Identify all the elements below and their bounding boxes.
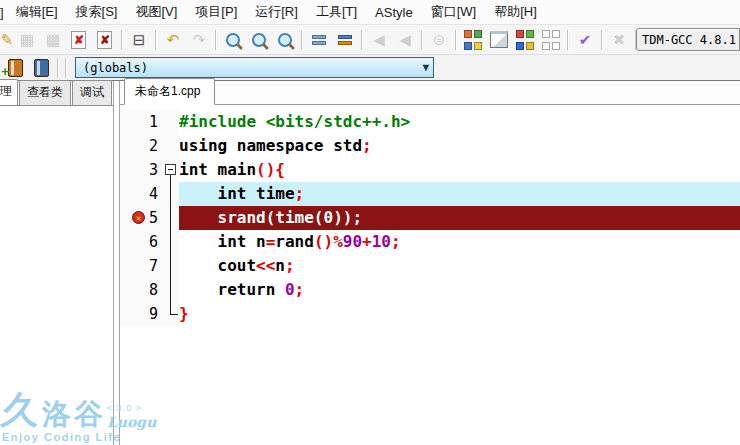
fold-gutter bbox=[163, 302, 179, 326]
compile-icon[interactable]: ◀ bbox=[367, 29, 391, 51]
menu-window[interactable]: 窗口[W] bbox=[422, 0, 486, 24]
tab-unnamed1-cpp[interactable]: 未命名1.cpp bbox=[124, 78, 215, 105]
save-all-icon[interactable]: ▩ bbox=[41, 29, 65, 51]
project-options-icon[interactable] bbox=[513, 29, 537, 51]
code-line-text: return 0; bbox=[179, 278, 740, 302]
save-icon[interactable]: ▦ bbox=[15, 29, 39, 51]
program-reset-icon[interactable]: ⊜ bbox=[427, 29, 451, 51]
line-number[interactable]: 6 bbox=[120, 230, 163, 254]
menu-run[interactable]: 运行[R] bbox=[246, 0, 307, 24]
code-token: 10 bbox=[372, 232, 391, 251]
menu-edit[interactable]: 编辑[E] bbox=[7, 0, 67, 24]
code-token: n bbox=[275, 256, 285, 275]
fold-toggle-icon[interactable] bbox=[163, 158, 179, 182]
code-token: ()% bbox=[314, 232, 343, 251]
chevron-down-icon: ▼ bbox=[422, 61, 429, 74]
code-line[interactable]: 6 int n=rand()%90+10; bbox=[120, 230, 740, 254]
window-list-icon[interactable] bbox=[539, 29, 563, 51]
class-browser-toolbar: + (globals) ▼ bbox=[0, 55, 740, 81]
print-icon[interactable]: ⊟ bbox=[127, 29, 151, 51]
menu-help[interactable]: 帮助[H] bbox=[485, 0, 546, 24]
menu-bar: ]编辑[E]搜索[S]视图[V]项目[P]运行[R]工具[T]AStyle窗口[… bbox=[0, 0, 740, 25]
menu-astyle[interactable]: AStyle bbox=[366, 2, 422, 23]
code-editor[interactable]: 1#include <bits/stdc++.h>2using namespac… bbox=[120, 105, 740, 445]
add-watch-icon[interactable]: + bbox=[3, 57, 27, 79]
sidebar-panel: 理查看类调试 久 洛 谷 < 3.0 > Luogu Enjoy Coding … bbox=[0, 81, 113, 445]
toolbar-separator bbox=[65, 58, 67, 78]
line-number[interactable]: 5✕ bbox=[120, 206, 163, 230]
close-file-icon[interactable]: ✘ bbox=[67, 29, 91, 51]
main-area: 理查看类调试 久 洛 谷 < 3.0 > Luogu Enjoy Coding … bbox=[0, 81, 740, 445]
toolbar-separator bbox=[361, 30, 363, 50]
line-number[interactable]: 9 bbox=[120, 302, 163, 326]
code-line[interactable]: 5✕ srand(time(0)); bbox=[120, 206, 740, 230]
line-number[interactable]: 8 bbox=[120, 278, 163, 302]
code-line[interactable]: 9} bbox=[120, 302, 740, 326]
new-source-icon[interactable]: ✎ bbox=[1, 29, 13, 51]
menu-tools[interactable]: 工具[T] bbox=[307, 0, 366, 24]
replace-icon[interactable] bbox=[273, 29, 297, 51]
globals-select[interactable]: (globals) ▼ bbox=[75, 57, 434, 78]
luogu-logo-glyph: 久 bbox=[0, 391, 43, 429]
goto-line-icon[interactable] bbox=[307, 29, 331, 51]
luogu-watermark: 久 洛 谷 < 3.0 > Luogu Enjoy Coding Life bbox=[2, 391, 156, 443]
code-token: ; bbox=[295, 280, 305, 299]
tab-project-manager-partial[interactable]: 理 bbox=[0, 79, 18, 105]
code-line[interactable]: 8 return 0; bbox=[120, 278, 740, 302]
tab-debug[interactable]: 调试 bbox=[72, 80, 112, 105]
code-token: ; bbox=[285, 256, 295, 275]
toggle-bookmark-icon[interactable] bbox=[29, 57, 53, 79]
code-token: << bbox=[256, 256, 275, 275]
toolbar-separator bbox=[121, 30, 123, 50]
syntax-check-icon[interactable]: ✔ bbox=[573, 29, 597, 51]
menu-view[interactable]: 视图[V] bbox=[126, 0, 186, 24]
toolbar-separator bbox=[567, 30, 569, 50]
new-project-icon[interactable] bbox=[461, 29, 485, 51]
line-number[interactable]: 4 bbox=[120, 182, 163, 206]
fold-gutter bbox=[163, 134, 179, 158]
undo-icon[interactable]: ↶ bbox=[161, 29, 185, 51]
sidebar-content: 久 洛 谷 < 3.0 > Luogu Enjoy Coding Life bbox=[0, 105, 113, 445]
close-all-icon[interactable]: ✘ bbox=[93, 29, 117, 51]
fold-gutter bbox=[163, 182, 179, 206]
editor-tab-bar: 未命名1.cpp bbox=[120, 81, 740, 105]
compiler-select[interactable]: TDM-GCC 4.8.1 bbox=[636, 28, 740, 51]
menu-project[interactable]: 项目[P] bbox=[186, 0, 246, 24]
tab-view-class[interactable]: 查看类 bbox=[19, 80, 71, 105]
code-line[interactable]: 2using namespace std; bbox=[120, 134, 740, 158]
menu-search[interactable]: 搜索[S] bbox=[67, 0, 127, 24]
abort-icon[interactable]: ✖ bbox=[607, 29, 631, 51]
code-line[interactable]: 4 int time; bbox=[120, 182, 740, 206]
code-token: int n bbox=[179, 232, 266, 251]
bookmark-icon[interactable] bbox=[333, 29, 357, 51]
redo-icon[interactable]: ↷ bbox=[187, 29, 211, 51]
code-line-text: int main(){ bbox=[179, 158, 740, 182]
code-line-text: #include <bits/stdc++.h> bbox=[179, 110, 740, 134]
toolbar-separator bbox=[215, 30, 217, 50]
toolbar-separator bbox=[57, 58, 59, 78]
line-number[interactable]: 3 bbox=[120, 158, 163, 182]
fold-gutter bbox=[163, 254, 179, 278]
luogu-han2: 谷 bbox=[74, 400, 103, 429]
toolbar-separator bbox=[155, 30, 157, 50]
breakpoint-icon[interactable]: ✕ bbox=[132, 211, 145, 224]
devcpp-window: ]编辑[E]搜索[S]视图[V]项目[P]运行[R]工具[T]AStyle窗口[… bbox=[0, 0, 740, 445]
code-line[interactable]: 7 cout<<n; bbox=[120, 254, 740, 278]
line-number[interactable]: 7 bbox=[120, 254, 163, 278]
find-in-files-icon[interactable] bbox=[247, 29, 271, 51]
code-line[interactable]: 1#include <bits/stdc++.h> bbox=[120, 110, 740, 134]
code-line-text: cout<<n; bbox=[179, 254, 740, 278]
main-toolbar: ✎▦▩✘✘⊟↶↷◀◀⊜✔✖✖ TDM-GCC 4.8.1 bbox=[0, 25, 740, 55]
run-icon[interactable]: ◀ bbox=[393, 29, 417, 51]
menu-file-partial[interactable]: ] bbox=[0, 2, 7, 23]
code-token: = bbox=[266, 232, 276, 251]
luogu-han1: 洛 bbox=[42, 400, 71, 429]
toolbar-separator bbox=[601, 30, 603, 50]
open-project-icon[interactable] bbox=[487, 29, 511, 51]
find-icon[interactable] bbox=[221, 29, 245, 51]
line-number[interactable]: 1 bbox=[120, 110, 163, 134]
code-token: 0 bbox=[285, 280, 295, 299]
code-token: } bbox=[179, 304, 189, 323]
line-number[interactable]: 2 bbox=[120, 134, 163, 158]
code-line[interactable]: 3int main(){ bbox=[120, 158, 740, 182]
